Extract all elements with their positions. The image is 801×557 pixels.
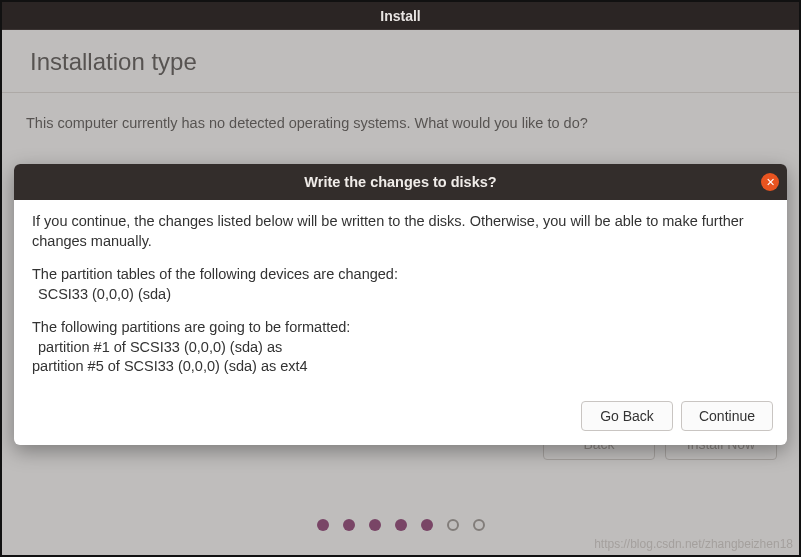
dialog-titlebar: Write the changes to disks? ✕: [14, 164, 787, 200]
format-list: partition #1 of SCSI33 (0,0,0) (sda) asp…: [32, 339, 308, 375]
close-icon[interactable]: ✕: [761, 173, 779, 191]
format-block: The following partitions are going to be…: [32, 318, 769, 377]
format-heading: The following partitions are going to be…: [32, 319, 350, 335]
continue-button[interactable]: Continue: [681, 401, 773, 431]
partition-tables-block: The partition tables of the following de…: [32, 265, 769, 304]
dialog-intro: If you continue, the changes listed belo…: [32, 212, 769, 251]
dialog-body: If you continue, the changes listed belo…: [14, 200, 787, 397]
confirm-dialog: Write the changes to disks? ✕ If you con…: [14, 164, 787, 445]
partition-tables-heading: The partition tables of the following de…: [32, 266, 398, 282]
dialog-title: Write the changes to disks?: [304, 174, 496, 190]
dialog-button-row: Go Back Continue: [14, 397, 787, 445]
window-title: Install: [380, 8, 420, 24]
partition-tables-list: SCSI33 (0,0,0) (sda): [32, 286, 171, 302]
window-titlebar: Install: [2, 2, 799, 30]
go-back-button[interactable]: Go Back: [581, 401, 673, 431]
